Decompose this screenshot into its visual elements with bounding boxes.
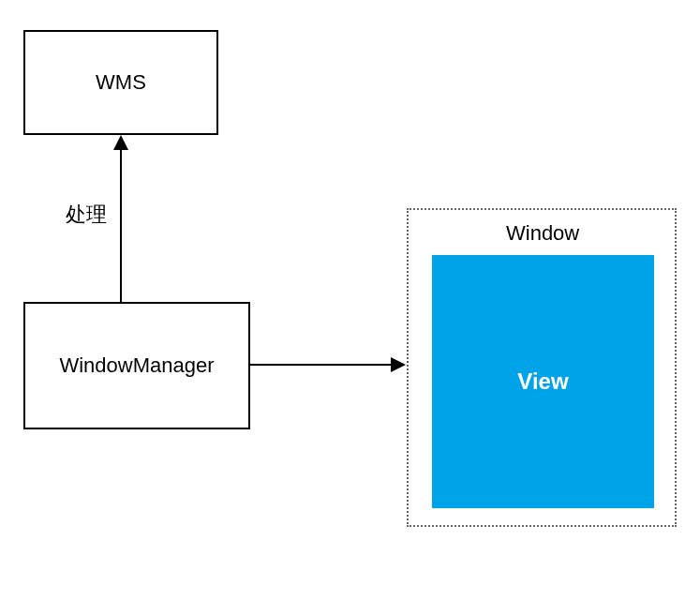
arrow-wm-to-window-head	[391, 357, 406, 372]
wms-label: WMS	[96, 70, 146, 95]
wms-box: WMS	[23, 30, 218, 135]
view-label: View	[517, 368, 568, 395]
window-label: Window	[506, 221, 579, 246]
view-box: View	[432, 255, 654, 508]
arrow-wm-to-wms-label: 处理	[66, 201, 107, 229]
arrow-wm-to-wms-head	[113, 135, 128, 150]
arrow-wm-to-window-line	[250, 364, 393, 366]
window-manager-label: WindowManager	[59, 353, 214, 378]
arrow-wm-to-wms-line	[120, 148, 122, 302]
window-manager-box: WindowManager	[23, 302, 250, 429]
